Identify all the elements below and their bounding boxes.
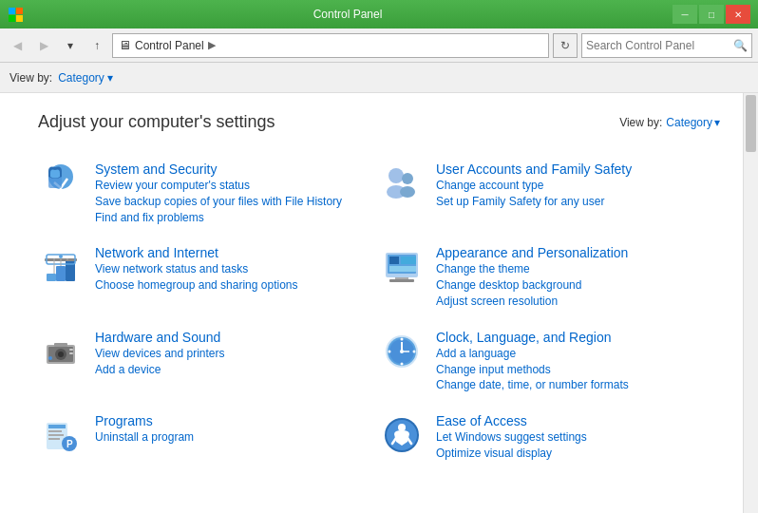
svg-rect-10 [47, 274, 56, 281]
view-by-dropdown-arrow: ▾ [714, 116, 720, 129]
svg-rect-21 [389, 256, 399, 264]
close-button[interactable]: ✕ [726, 5, 750, 24]
user-accounts-content: User Accounts and Family Safety Change a… [436, 161, 720, 210]
ease-suggest-link[interactable]: Let Windows suggest settings [436, 429, 720, 446]
svg-rect-3 [16, 15, 23, 22]
svg-point-29 [58, 352, 64, 357]
svg-rect-48 [48, 438, 60, 440]
view-by-chevron: ▾ [107, 71, 113, 85]
system-security-content: System and Security Review your computer… [95, 161, 379, 225]
user-accounts-title[interactable]: User Accounts and Family Safety [436, 162, 632, 177]
appearance-resolution-link[interactable]: Adjust screen resolution [436, 294, 720, 310]
clock-icon [379, 329, 425, 374]
appearance-title[interactable]: Appearance and Personalization [436, 245, 628, 260]
network-icon [38, 244, 84, 290]
programs-icon: P [38, 412, 84, 458]
network-homegroup-link[interactable]: Choose homegroup and sharing options [95, 277, 379, 294]
svg-point-41 [401, 362, 404, 365]
page-title: Adjust your computer's settings [38, 112, 275, 132]
category-appearance: Appearance and Personalization Change th… [379, 235, 720, 318]
recent-button[interactable]: ▾ [59, 34, 82, 57]
view-by-control: View by: Category ▾ [619, 116, 720, 129]
svg-rect-25 [389, 279, 414, 282]
view-by-category-button[interactable]: Category ▾ [666, 116, 720, 129]
category-network: Network and Internet View network status… [38, 235, 379, 318]
svg-rect-46 [48, 430, 62, 432]
svg-rect-2 [9, 15, 15, 22]
system-security-title[interactable]: System and Security [95, 162, 217, 177]
user-family-safety-link[interactable]: Set up Family Safety for any user [436, 194, 720, 210]
clock-date-link[interactable]: Change date, time, or number formats [436, 377, 720, 393]
svg-point-53 [398, 424, 406, 431]
minimize-button[interactable]: ─ [673, 5, 697, 24]
system-backup-link[interactable]: Save backup copies of your files with Fi… [95, 194, 379, 210]
svg-point-43 [413, 350, 416, 352]
appearance-theme-link[interactable]: Change the theme [436, 261, 720, 277]
svg-rect-0 [9, 8, 15, 14]
refresh-button[interactable]: ↻ [553, 33, 578, 58]
svg-rect-32 [69, 349, 73, 351]
svg-rect-30 [54, 343, 67, 347]
svg-point-6 [388, 168, 404, 183]
svg-point-42 [388, 350, 391, 352]
view-by-static-label: View by: [619, 116, 662, 129]
view-by-label: View by: [9, 71, 52, 85]
scrollbar-thumb[interactable] [746, 95, 756, 152]
toolbar: View by: Category ▾ [0, 63, 758, 93]
appearance-icon [379, 244, 425, 290]
svg-point-15 [59, 255, 63, 258]
search-input[interactable] [586, 39, 733, 52]
forward-button[interactable]: ▶ [32, 34, 55, 57]
page-header: Adjust your computer's settings View by:… [38, 112, 720, 132]
hardware-title[interactable]: Hardware and Sound [95, 330, 220, 345]
view-by-value: Category [58, 71, 104, 85]
search-icon: 🔍 [733, 39, 748, 52]
svg-point-8 [402, 173, 413, 184]
ease-access-content: Ease of Access Let Windows suggest setti… [436, 412, 720, 462]
system-security-icon [38, 161, 84, 206]
app-icon [8, 7, 23, 22]
svg-rect-45 [48, 425, 66, 428]
appearance-desktop-link[interactable]: Change desktop background [436, 277, 720, 294]
address-box[interactable]: 🖥 Control Panel ▶ [112, 33, 549, 58]
category-user-accounts: User Accounts and Family Safety Change a… [379, 151, 720, 235]
back-button[interactable]: ◀ [6, 34, 28, 57]
hardware-devices-link[interactable]: View devices and printers [95, 346, 379, 362]
hardware-add-device-link[interactable]: Add a device [95, 362, 379, 378]
network-content: Network and Internet View network status… [95, 244, 379, 294]
svg-rect-23 [389, 266, 416, 272]
scrollbar[interactable] [743, 93, 758, 513]
clock-title[interactable]: Clock, Language, and Region [436, 330, 611, 345]
category-hardware: Hardware and Sound View devices and prin… [38, 319, 379, 403]
system-review-link[interactable]: Review your computer's status [95, 178, 379, 194]
view-by-category-label: Category [666, 116, 712, 129]
ease-visual-link[interactable]: Optimize visual display [436, 446, 720, 462]
programs-uninstall-link[interactable]: Uninstall a program [95, 429, 379, 446]
address-bar: ◀ ▶ ▾ ↑ 🖥 Control Panel ▶ ↻ 🔍 [0, 28, 758, 63]
category-system-security: System and Security Review your computer… [38, 151, 379, 235]
programs-title[interactable]: Programs [95, 413, 153, 428]
hardware-icon [38, 329, 84, 374]
network-title[interactable]: Network and Internet [95, 245, 218, 260]
svg-rect-1 [16, 8, 23, 14]
maximize-button[interactable]: □ [699, 5, 724, 24]
ease-access-icon [379, 412, 425, 458]
ease-access-title[interactable]: Ease of Access [436, 413, 527, 428]
system-fix-link[interactable]: Find and fix problems [95, 210, 379, 226]
clock-language-link[interactable]: Add a language [436, 346, 720, 362]
user-change-account-link[interactable]: Change account type [436, 178, 720, 194]
category-ease-access: Ease of Access Let Windows suggest setti… [379, 403, 720, 471]
up-button[interactable]: ↑ [85, 34, 108, 57]
main-content: Adjust your computer's settings View by:… [0, 93, 758, 513]
svg-rect-22 [401, 256, 416, 264]
svg-rect-33 [69, 352, 73, 354]
category-clock: Clock, Language, and Region Add a langua… [379, 319, 720, 403]
search-box[interactable]: 🔍 [581, 33, 752, 58]
hardware-content: Hardware and Sound View devices and prin… [95, 329, 379, 378]
svg-point-9 [400, 186, 415, 198]
clock-input-link[interactable]: Change input methods [436, 362, 720, 378]
view-by-dropdown[interactable]: Category ▾ [58, 71, 113, 85]
svg-point-40 [401, 337, 404, 340]
network-status-link[interactable]: View network status and tasks [95, 261, 379, 277]
category-grid: System and Security Review your computer… [38, 151, 720, 471]
